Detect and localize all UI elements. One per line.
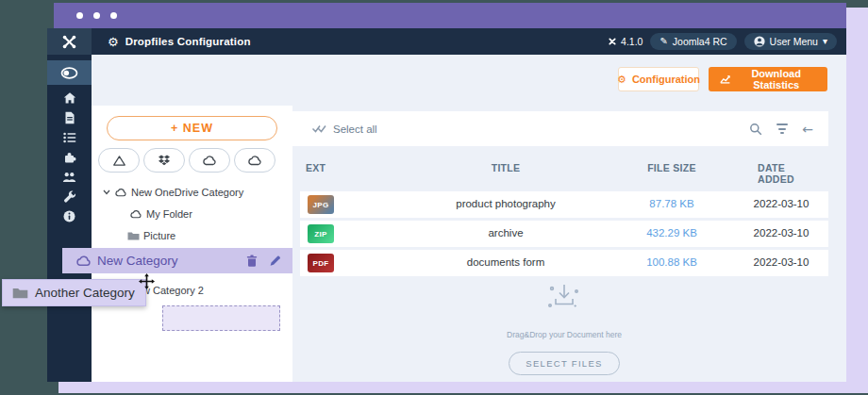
- file-date: 2022-03-10: [754, 198, 810, 209]
- double-check-icon: [311, 123, 326, 134]
- file-row[interactable]: PDF documents form 100.88 KB 2022-03-10: [300, 250, 828, 276]
- chart-icon: [720, 74, 730, 85]
- user-icon: [754, 36, 765, 47]
- sidebar-item-tools[interactable]: [47, 187, 92, 206]
- back-arrow-icon[interactable]: ←: [802, 123, 813, 136]
- select-all-checkbox[interactable]: Select all: [311, 123, 377, 135]
- sidebar-item-content[interactable]: [47, 107, 92, 127]
- document-icon: [64, 111, 75, 124]
- new-category-button[interactable]: + NEW: [107, 116, 277, 140]
- toggle-icon: [60, 67, 78, 79]
- admin-sidebar: [47, 55, 92, 382]
- file-title: archive: [488, 227, 523, 239]
- version-label: 4.1.0: [621, 36, 643, 47]
- puzzle-icon: [63, 151, 76, 164]
- select-files-button[interactable]: SELECT FILES: [509, 352, 619, 375]
- file-ext-badge: ZIP: [308, 224, 334, 243]
- tree-item-label: New Category: [97, 254, 246, 268]
- cloud-button-onedrive-business[interactable]: [234, 148, 275, 173]
- move-cursor-icon: [139, 273, 155, 289]
- file-title: product photography: [456, 198, 556, 209]
- cloud-button-onedrive[interactable]: [189, 148, 230, 173]
- tree-item-my-folder[interactable]: My Folder: [129, 208, 192, 220]
- column-ext[interactable]: EXT: [306, 162, 326, 173]
- drop-target-placeholder: [162, 305, 280, 331]
- files-toolbar: Select all ←: [292, 111, 828, 146]
- window-dot[interactable]: [76, 12, 83, 19]
- tree-item-onedrive-category[interactable]: New OneDrive Category: [103, 187, 243, 198]
- cloud-services-row: [98, 148, 275, 173]
- sidebar-item-info[interactable]: [47, 206, 92, 226]
- cloud-icon: [114, 188, 127, 197]
- configuration-button[interactable]: ⚙ Configuration: [618, 67, 699, 91]
- dropzone-hint: Drag&Drop your Document here: [300, 330, 828, 339]
- folder-icon: [12, 287, 28, 299]
- column-size[interactable]: FILE SIZE: [647, 162, 696, 173]
- drag-ghost-label: Another Category: [35, 286, 135, 300]
- user-menu-label: User Menu: [770, 36, 818, 47]
- chevron-down-icon: ▾: [823, 37, 827, 46]
- tree-item-picture[interactable]: Picture: [127, 230, 175, 241]
- edit-icon: ✎: [659, 37, 667, 46]
- file-row[interactable]: JPG product photography 87.78 KB 2022-03…: [300, 191, 828, 218]
- window-titlebar: [54, 3, 846, 28]
- tree-item-label: New OneDrive Category: [131, 187, 243, 198]
- chevron-down-icon: [103, 189, 110, 195]
- template-edit-label: Joomla4 RC: [673, 36, 727, 47]
- download-statistics-button[interactable]: Download Statistics: [709, 67, 827, 91]
- trash-icon: [246, 255, 258, 267]
- edit-category-button[interactable]: [269, 255, 281, 267]
- folder-icon: [127, 231, 140, 240]
- tree-item-new-category-selected[interactable]: New Category: [62, 248, 292, 273]
- tree-item-label: Picture: [143, 230, 175, 241]
- joomla-logo[interactable]: [47, 28, 92, 55]
- search-icon[interactable]: [749, 123, 762, 136]
- sidebar-item-menus[interactable]: [47, 127, 92, 147]
- sidebar-item-toggle[interactable]: [47, 60, 92, 85]
- cloud-icon: [129, 209, 142, 219]
- sidebar-item-home[interactable]: [47, 88, 92, 107]
- file-size: 432.29 KB: [646, 227, 697, 239]
- upload-dropzone-icon: [542, 283, 587, 317]
- delete-category-button[interactable]: [246, 255, 258, 267]
- window-dot[interactable]: [110, 12, 117, 19]
- file-date: 2022-03-10: [754, 227, 810, 239]
- template-edit-button[interactable]: ✎ Joomla4 RC: [650, 33, 736, 50]
- page-title: Dropfiles Configuration: [125, 36, 251, 47]
- file-date: 2022-03-10: [754, 256, 810, 268]
- dropzone[interactable]: Drag&Drop your Document here SELECT FILE…: [300, 283, 828, 375]
- file-row[interactable]: ZIP archive 432.29 KB 2022-03-10: [300, 221, 828, 247]
- cloud-button-google-drive[interactable]: [98, 148, 140, 173]
- files-table-header: EXT TITLE FILE SIZE DATE ADDED: [300, 162, 828, 177]
- list-icon: [63, 132, 76, 143]
- pencil-icon: [269, 255, 281, 267]
- cloud-button-dropbox[interactable]: [143, 148, 185, 173]
- dropbox-icon: [158, 155, 171, 167]
- wrench-icon: [63, 190, 76, 204]
- sidebar-item-users[interactable]: [47, 167, 92, 187]
- home-icon: [63, 91, 76, 105]
- column-title[interactable]: TITLE: [492, 162, 521, 173]
- sidebar-item-components[interactable]: [47, 147, 92, 167]
- file-size: 87.78 KB: [649, 198, 693, 209]
- user-menu-button[interactable]: User Menu ▾: [744, 33, 837, 50]
- filter-icon[interactable]: [776, 123, 788, 134]
- file-ext-badge: JPG: [308, 195, 334, 214]
- file-title: documents form: [467, 256, 544, 268]
- categories-panel: + NEW New OneDrive: [92, 106, 292, 382]
- file-ext-badge: PDF: [308, 254, 334, 272]
- joomla-version: 4.1.0: [608, 36, 643, 47]
- configuration-label: Configuration: [632, 74, 700, 85]
- window-dot[interactable]: [93, 12, 100, 19]
- select-all-label: Select all: [333, 123, 377, 135]
- joomla-mini-icon: [608, 37, 617, 46]
- cloud-icon: [202, 155, 217, 166]
- gear-icon: ⚙: [108, 36, 119, 48]
- users-icon: [62, 171, 76, 183]
- cloud-icon: [247, 155, 262, 166]
- google-drive-icon: [112, 155, 126, 167]
- column-date[interactable]: DATE ADDED: [758, 162, 805, 185]
- joomla-logo-icon: [62, 35, 76, 49]
- drag-ghost-another-category[interactable]: Another Category: [2, 279, 146, 306]
- info-icon: [63, 210, 75, 222]
